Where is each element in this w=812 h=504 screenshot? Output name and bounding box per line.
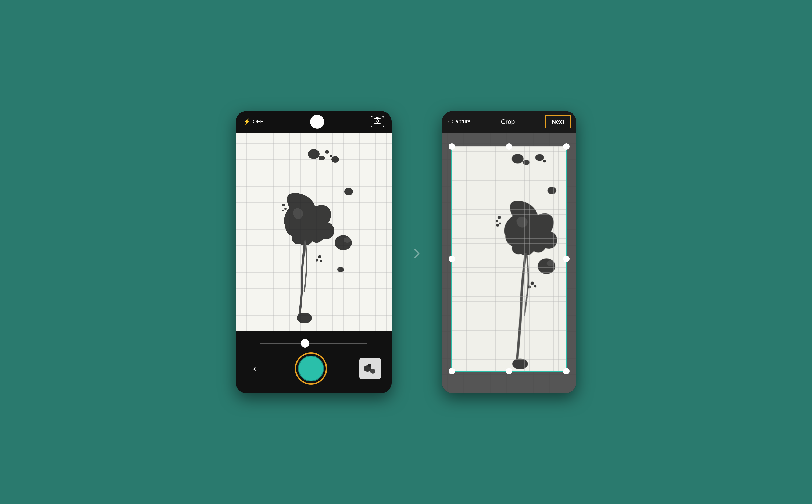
flash-icon: ⚡ (243, 118, 251, 125)
svg-point-18 (337, 268, 340, 270)
thumbnail-image (359, 358, 381, 379)
svg-point-3 (319, 156, 325, 160)
svg-point-15 (316, 259, 318, 262)
svg-point-10 (282, 210, 284, 211)
flip-camera-icon[interactable] (371, 116, 384, 127)
zoom-slider[interactable] (260, 343, 367, 344)
shutter-dot (310, 115, 324, 129)
back-label: Capture (452, 119, 471, 125)
svg-point-8 (282, 204, 285, 206)
camera-controls-row: ‹ (246, 352, 381, 385)
svg-point-4 (325, 150, 329, 154)
crop-handle-top-left[interactable] (449, 143, 455, 150)
next-button[interactable]: Next (545, 115, 571, 128)
camera-bottom-bar: ‹ (236, 331, 392, 393)
svg-point-2 (308, 149, 320, 159)
crop-handle-top-center[interactable] (506, 143, 512, 150)
ink-splatter-image (236, 133, 392, 331)
crop-handle-bottom-center[interactable] (506, 368, 512, 374)
crop-handle-middle-left[interactable] (449, 256, 455, 262)
svg-point-12 (335, 235, 352, 250)
svg-point-6 (331, 156, 339, 163)
svg-rect-0 (374, 119, 381, 123)
crop-handle-bottom-right[interactable] (563, 368, 570, 374)
svg-point-7 (344, 188, 353, 195)
svg-point-16 (320, 260, 322, 262)
svg-point-1 (376, 120, 379, 122)
svg-point-9 (284, 208, 287, 210)
crop-screen: ‹ Capture Crop Next (442, 111, 576, 393)
camera-top-bar: ⚡ OFF (236, 111, 392, 133)
svg-point-22 (368, 364, 371, 367)
thumbnail-preview[interactable] (359, 358, 381, 379)
zoom-thumb[interactable] (301, 339, 309, 348)
back-to-capture[interactable]: ‹ Capture (447, 118, 471, 126)
flow-arrow: › (413, 240, 420, 264)
crop-top-bar: ‹ Capture Crop Next (442, 111, 576, 133)
crop-inner-grid (452, 146, 566, 371)
svg-point-5 (330, 155, 332, 157)
svg-point-21 (370, 369, 375, 374)
svg-point-13 (344, 237, 351, 243)
crop-handle-middle-right[interactable] (563, 256, 570, 262)
crop-window[interactable] (451, 146, 567, 372)
camera-screen: ⚡ OFF (236, 111, 392, 393)
camera-viewfinder (236, 133, 392, 331)
crop-area (442, 133, 576, 393)
crop-handle-top-right[interactable] (563, 143, 570, 150)
back-button[interactable]: ‹ (246, 363, 263, 374)
back-chevron-icon: ‹ (447, 118, 449, 126)
page-title: Crop (501, 118, 515, 126)
crop-inner-content (452, 146, 566, 371)
flash-control[interactable]: ⚡ OFF (243, 118, 263, 125)
capture-button-inner (298, 356, 324, 381)
flash-label: OFF (253, 119, 263, 125)
capture-button[interactable] (295, 352, 327, 385)
svg-point-14 (318, 255, 321, 258)
svg-point-11 (297, 313, 312, 323)
crop-handle-bottom-left[interactable] (449, 368, 455, 374)
